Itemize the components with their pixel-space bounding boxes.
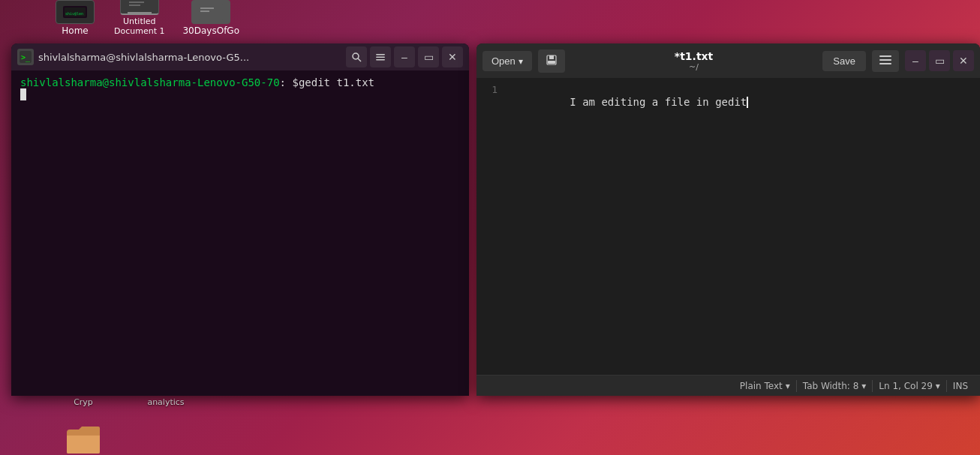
svg-rect-14 xyxy=(376,54,385,55)
svg-rect-18 xyxy=(549,55,554,59)
svg-text:>_: >_ xyxy=(21,53,31,62)
taskbar-thumb-untitled xyxy=(120,0,159,15)
gedit-statusbar: Plain Text ▾ Tab Width: 8 ▾ Ln 1, Col 29… xyxy=(476,375,980,396)
gedit-open-chevron-icon xyxy=(519,55,523,67)
status-tab-width[interactable]: Tab Width: 8 ▾ xyxy=(797,376,873,396)
terminal-app-icon: >_ xyxy=(17,49,34,65)
svg-rect-15 xyxy=(376,57,385,58)
editor-line-1: 1 I am editing a file in gedit xyxy=(476,84,980,120)
terminal-minimize-button[interactable]: – xyxy=(394,46,415,67)
gedit-save-icon-button[interactable] xyxy=(538,49,565,73)
terminal-menu-button[interactable] xyxy=(370,46,391,67)
gedit-save-button[interactable]: Save xyxy=(822,51,866,71)
svg-rect-19 xyxy=(548,61,555,64)
svg-text:shiv@len: shiv@len xyxy=(65,11,83,16)
cryp-label: Cryp xyxy=(74,397,93,407)
gedit-window: Open *t1.txt ~/ Save xyxy=(476,43,980,396)
svg-point-12 xyxy=(353,53,359,59)
gedit-close-button[interactable]: ✕ xyxy=(953,50,974,71)
taskbar-label-30days: 30DaysOfGo xyxy=(182,25,239,36)
bottom-folder-icon xyxy=(65,422,101,455)
prompt-symbol: : $ xyxy=(280,76,299,88)
terminal-cursor-line xyxy=(20,88,460,100)
svg-rect-5 xyxy=(129,1,144,3)
status-position-label: Ln 1, Col 29 xyxy=(879,381,933,391)
status-position[interactable]: Ln 1, Col 29 ▾ xyxy=(873,376,946,396)
gedit-filename: *t1.txt xyxy=(571,50,817,62)
analytics-label: analytics xyxy=(147,397,184,407)
line-text-1: I am editing a file in gedit xyxy=(570,96,747,108)
status-position-chevron: ▾ xyxy=(936,381,940,391)
text-cursor xyxy=(747,97,748,108)
desktop: shiv@len Home Untitled Document 1 xyxy=(0,0,980,455)
terminal-maximize-button[interactable]: ▭ xyxy=(418,46,439,67)
svg-rect-21 xyxy=(879,59,891,61)
svg-rect-6 xyxy=(129,4,140,6)
terminal-titlebar: >_ shivlalsharma@shivlalsharma-Lenovo-G5… xyxy=(11,43,469,70)
status-plain-text-chevron: ▾ xyxy=(786,381,790,391)
status-plain-text-label: Plain Text xyxy=(740,381,783,391)
svg-line-13 xyxy=(358,58,361,61)
prompt-user: shivlalsharma@shivlalsharma-Lenovo-G50-7… xyxy=(20,76,280,88)
gedit-window-buttons: – ▭ ✕ xyxy=(905,50,974,71)
terminal-title: shivlalsharma@shivlalsharma-Lenovo-G5... xyxy=(38,52,341,63)
gedit-save-label: Save xyxy=(833,55,855,67)
terminal-search-button[interactable] xyxy=(346,46,367,67)
terminal-content[interactable]: shivlalsharma@shivlalsharma-Lenovo-G50-7… xyxy=(11,70,469,396)
terminal-cursor xyxy=(20,88,26,100)
gedit-minimize-button[interactable]: – xyxy=(905,50,926,71)
taskbar-item-home[interactable]: shiv@len Home xyxy=(45,0,105,39)
taskbar-thumb-home: shiv@len xyxy=(56,0,95,24)
svg-rect-22 xyxy=(879,63,891,64)
terminal-window-buttons: – ▭ ✕ xyxy=(346,46,463,67)
prompt-command: gedit t1.txt xyxy=(299,76,374,88)
status-ins[interactable]: INS xyxy=(947,376,974,396)
taskbar-item-30days[interactable]: 30DaysOfGo xyxy=(173,0,248,39)
svg-rect-20 xyxy=(879,55,891,57)
status-tab-width-label: Tab Width: 8 xyxy=(803,381,858,391)
terminal-close-button[interactable]: ✕ xyxy=(442,46,463,67)
gedit-filepath: ~/ xyxy=(571,62,817,72)
gedit-title-center: *t1.txt ~/ xyxy=(571,50,817,72)
taskbar-thumb-30days xyxy=(191,0,230,24)
gedit-hamburger-button[interactable] xyxy=(872,50,899,72)
gedit-open-label: Open xyxy=(492,55,516,67)
terminal-prompt-line: shivlalsharma@shivlalsharma-Lenovo-G50-7… xyxy=(20,76,460,88)
svg-rect-8 xyxy=(200,7,214,9)
svg-rect-9 xyxy=(200,10,209,12)
svg-rect-16 xyxy=(376,59,385,61)
terminal-window: >_ shivlalsharma@shivlalsharma-Lenovo-G5… xyxy=(11,43,469,396)
taskbar-label-home: Home xyxy=(62,25,88,36)
status-ins-label: INS xyxy=(953,381,968,391)
line-number-1: 1 xyxy=(476,84,507,95)
desktop-icon-bottom[interactable] xyxy=(56,419,110,455)
status-tab-width-chevron: ▾ xyxy=(861,381,866,391)
gedit-open-button[interactable]: Open xyxy=(482,51,532,71)
taskbar-label-untitled: Untitled Document 1 xyxy=(114,16,164,36)
taskbar-item-untitled[interactable]: Untitled Document 1 xyxy=(105,0,173,39)
svg-rect-4 xyxy=(128,12,152,13)
taskbar: shiv@len Home Untitled Document 1 xyxy=(0,0,980,39)
gedit-editor[interactable]: 1 I am editing a file in gedit xyxy=(476,78,980,375)
gedit-maximize-button[interactable]: ▭ xyxy=(929,50,950,71)
gedit-titlebar: Open *t1.txt ~/ Save xyxy=(476,43,980,78)
line-content-1: I am editing a file in gedit xyxy=(507,84,748,120)
status-plain-text[interactable]: Plain Text ▾ xyxy=(734,376,796,396)
